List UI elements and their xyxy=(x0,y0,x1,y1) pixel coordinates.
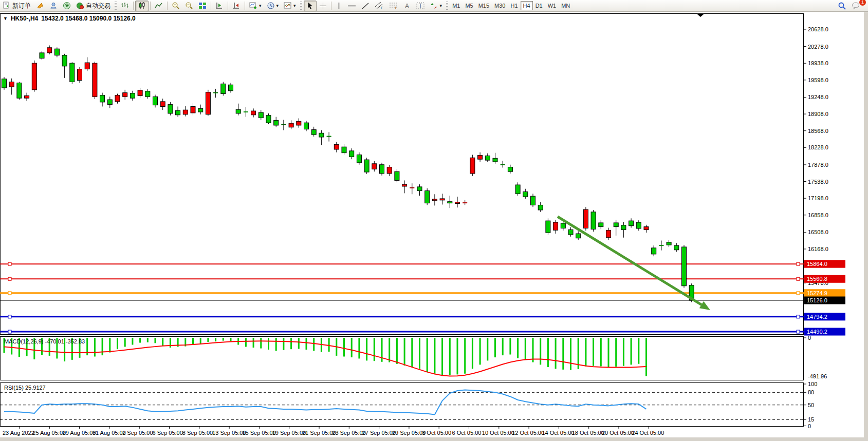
cursor-tool-button[interactable] xyxy=(304,1,317,11)
candle xyxy=(485,156,490,160)
candle xyxy=(100,95,105,102)
candle xyxy=(432,199,437,201)
candle xyxy=(342,147,346,153)
price-tick-label: 20628.0 xyxy=(808,26,828,32)
toolbar-grip[interactable] xyxy=(446,2,448,10)
timeframe-m15[interactable]: M15 xyxy=(476,1,492,10)
new-chart-icon xyxy=(249,2,257,10)
crosshair-tool-button[interactable] xyxy=(317,1,329,11)
text-tool[interactable]: A xyxy=(401,1,414,11)
candle xyxy=(183,110,188,114)
vertical-line-tool[interactable] xyxy=(333,1,345,11)
zoom-out-button[interactable] xyxy=(182,1,196,11)
candle xyxy=(357,155,361,163)
timeframe-h1[interactable]: H1 xyxy=(508,1,521,10)
text-label-tool[interactable]: T xyxy=(414,1,428,11)
toolbar-grip[interactable] xyxy=(115,2,117,10)
macd-signal-value: -352.83 xyxy=(66,338,85,344)
candle xyxy=(470,158,475,174)
candle xyxy=(85,63,89,69)
price-tick-label: 16508.0 xyxy=(808,229,828,235)
candle xyxy=(667,242,671,245)
hline-handle[interactable] xyxy=(8,277,11,280)
candle xyxy=(206,92,210,114)
candle xyxy=(629,221,634,226)
hline-handle[interactable] xyxy=(797,330,800,333)
arrows-icon xyxy=(430,2,438,10)
timeframe-m1[interactable]: M1 xyxy=(450,1,463,10)
time-axis-label: 24 Oct 05:00 xyxy=(632,430,664,436)
time-axis-label: 6 Sep 05:00 xyxy=(153,430,183,436)
signals-button[interactable] xyxy=(60,1,73,11)
candle xyxy=(115,95,120,101)
tile-windows-icon xyxy=(198,2,207,10)
chart-canvas[interactable]: 20628.020278.019938.019598.019248.018908… xyxy=(0,12,868,441)
time-axis-label: 19 Sep 05:00 xyxy=(272,430,306,436)
notification-badge: 1 xyxy=(859,0,866,6)
price-axis: 20628.020278.019938.019598.019248.018908… xyxy=(804,26,828,286)
candle xyxy=(455,202,460,204)
horizontal-line-tool[interactable] xyxy=(345,1,359,11)
auto-trading-button[interactable]: 自动交易 xyxy=(73,1,113,11)
panel-frames xyxy=(1,14,804,427)
line-chart-button[interactable] xyxy=(152,1,165,11)
hline-handle[interactable] xyxy=(797,292,800,295)
new-order-label: 新订单 xyxy=(12,2,31,10)
periods-button[interactable]: ▾ xyxy=(264,1,282,11)
timeframe-h4[interactable]: H4 xyxy=(521,1,533,10)
price-badges: 15864.015560.815274.915126.014794.214490… xyxy=(804,260,845,336)
time-axis-label: 15 Sep 05:00 xyxy=(242,430,275,436)
hline-handle[interactable] xyxy=(8,292,11,295)
new-chart-dropdown-icon[interactable]: ▾ xyxy=(259,3,262,8)
price-badge-label: 15274.9 xyxy=(807,290,827,296)
price-tick-label: 19598.0 xyxy=(808,77,828,83)
channel-tool[interactable]: E xyxy=(372,1,386,11)
candle xyxy=(380,165,384,174)
trendline-tool[interactable] xyxy=(359,1,372,11)
indicators-dropdown-icon[interactable]: ▾ xyxy=(293,3,296,8)
clock-icon xyxy=(267,2,275,10)
zoom-in-button[interactable] xyxy=(169,1,182,11)
periods-dropdown-icon[interactable]: ▾ xyxy=(276,3,279,8)
auto-scroll-button[interactable] xyxy=(213,1,226,11)
hline-handle[interactable] xyxy=(8,262,11,265)
new-order-button[interactable]: 新订单 xyxy=(0,1,33,11)
chart-menu-icon[interactable]: ▼ xyxy=(3,16,8,21)
bar-chart-button[interactable] xyxy=(118,1,132,11)
arrows-dropdown-icon[interactable]: ▾ xyxy=(440,3,442,8)
indicators-button[interactable]: ▾ xyxy=(281,1,299,11)
hline-handle[interactable] xyxy=(8,330,11,333)
rsi-value: 25.9127 xyxy=(25,385,46,391)
timeframe-mn[interactable]: MN xyxy=(559,1,572,10)
candle xyxy=(576,234,581,238)
market-watch-button[interactable] xyxy=(47,1,60,11)
macd-scale-min: -491.96 xyxy=(808,373,827,379)
candle xyxy=(70,63,75,82)
arrows-tool[interactable]: ▾ xyxy=(428,1,445,11)
chart-shift-button[interactable] xyxy=(230,1,243,11)
timeframe-d1[interactable]: D1 xyxy=(533,1,545,10)
candlestick-chart-button[interactable] xyxy=(135,1,149,11)
timeframe-w1[interactable]: W1 xyxy=(545,1,559,10)
tile-windows-button[interactable] xyxy=(196,1,209,11)
toolbar-grip[interactable] xyxy=(300,2,302,10)
new-chart-button[interactable]: ▾ xyxy=(247,1,264,11)
signal-icon xyxy=(63,2,71,10)
chat-button[interactable]: 1 xyxy=(849,1,863,11)
candle xyxy=(561,223,565,228)
timeframe-m30[interactable]: M30 xyxy=(492,1,508,10)
hline-handle[interactable] xyxy=(797,262,800,265)
chart-window[interactable]: 20628.020278.019938.019598.019248.018908… xyxy=(0,12,868,441)
time-axis-label: 2 Sep 05:00 xyxy=(122,430,153,436)
candle xyxy=(138,90,142,96)
text-label-icon: T xyxy=(416,2,425,10)
hline-handle[interactable] xyxy=(797,315,800,318)
search-button[interactable] xyxy=(835,1,849,11)
price-tick-label: 20278.0 xyxy=(808,44,828,50)
hline-handle[interactable] xyxy=(8,315,11,318)
hline-handle[interactable] xyxy=(797,277,800,280)
candle xyxy=(107,100,112,105)
timeframe-m5[interactable]: M5 xyxy=(463,1,475,10)
news-button[interactable] xyxy=(33,1,47,11)
fibonacci-tool[interactable]: F xyxy=(386,1,401,11)
